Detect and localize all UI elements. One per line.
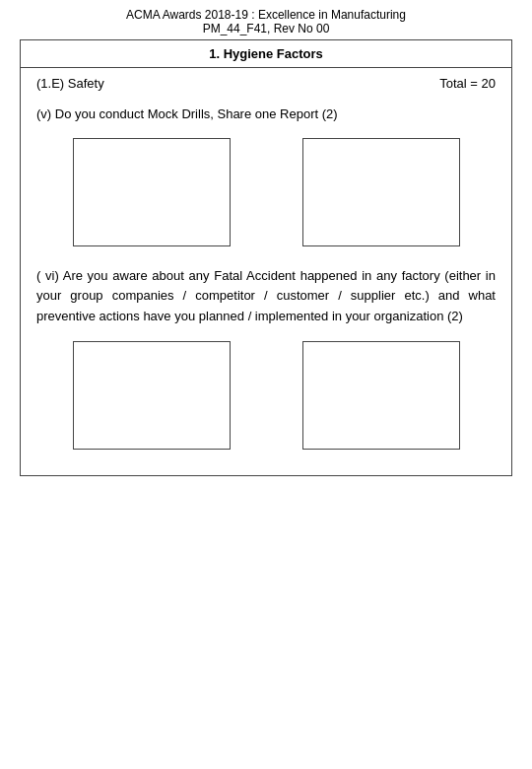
question-6: ( vi) Are you aware about any Fatal Acci… (21, 256, 511, 331)
image-box-q5-left (73, 138, 231, 246)
question-5-text: (v) Do you conduct Mock Drills, Share on… (36, 106, 338, 121)
image-row-q6 (21, 331, 511, 459)
image-box-q5-right (302, 138, 460, 246)
image-row-q5 (21, 128, 511, 256)
section-title: 1. Hygiene Factors (21, 40, 511, 68)
question-5: (v) Do you conduct Mock Drills, Share on… (21, 95, 511, 128)
image-box-q6-left (73, 341, 231, 450)
image-box-q6-right (302, 341, 460, 450)
header-line2: PM_44_F41, Rev No 00 (126, 22, 406, 35)
sub-header: (1.E) Safety Total = 20 (21, 68, 511, 95)
page-header: ACMA Awards 2018-19 : Excellence in Manu… (126, 0, 406, 39)
total-label: Total = 20 (439, 76, 496, 91)
question-6-text: ( vi) Are you aware about any Fatal Acci… (36, 268, 496, 324)
main-card: 1. Hygiene Factors (1.E) Safety Total = … (20, 39, 512, 476)
sub-label: (1.E) Safety (36, 76, 104, 91)
header-line1: ACMA Awards 2018-19 : Excellence in Manu… (126, 8, 406, 22)
